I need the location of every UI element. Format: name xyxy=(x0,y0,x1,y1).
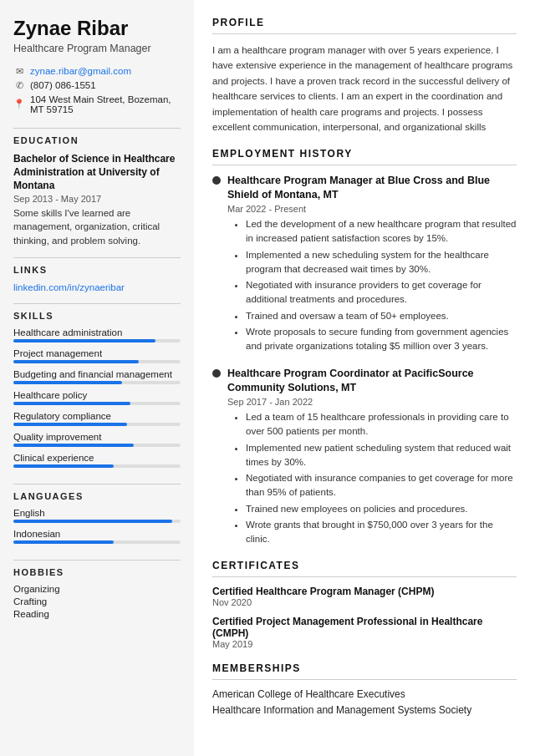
phone-item: ✆ (807) 086-1551 xyxy=(13,80,181,91)
phone-text: (807) 086-1551 xyxy=(30,80,96,90)
membership-item: Healthcare Information and Management Sy… xyxy=(212,704,517,716)
skill-item: Healthcare policy xyxy=(13,390,181,405)
memberships-label: MEMBERSHIPS xyxy=(212,662,517,674)
certificate-item: Certified Healthcare Program Manager (CH… xyxy=(212,586,517,607)
job-bullet: Trained new employees on policies and pr… xyxy=(246,502,517,516)
profile-text: I am a healthcare program manager with o… xyxy=(212,43,517,134)
language-item: Indonesian xyxy=(13,529,181,544)
hobby-item: Organizing xyxy=(13,584,181,594)
skill-bar-fill xyxy=(13,339,155,342)
skills-label: SKILLS xyxy=(13,311,181,321)
job-item: Healthcare Program Manager at Blue Cross… xyxy=(212,174,517,353)
skill-name: Quality improvement xyxy=(13,432,181,442)
jobs-list: Healthcare Program Manager at Blue Cross… xyxy=(212,174,517,546)
hobbies-divider xyxy=(13,560,181,561)
skills-list: Healthcare administration Project manage… xyxy=(13,327,181,474)
employment-section: EMPLOYMENT HISTORY Healthcare Program Ma… xyxy=(212,148,517,546)
edu-degree: Bachelor of Science in Healthcare Admini… xyxy=(13,152,181,193)
languages-list: English Indonesian xyxy=(13,508,181,550)
cert-date: May 2019 xyxy=(212,639,517,649)
edu-dates: Sep 2013 - May 2017 xyxy=(13,194,181,204)
edu-description: Some skills I've learned are management,… xyxy=(13,206,181,246)
job-bullets: Led a team of 15 healthcare professional… xyxy=(236,410,517,546)
skill-bar-bg xyxy=(13,339,181,342)
languages-divider xyxy=(13,484,181,485)
skill-bar-fill xyxy=(13,423,127,426)
address-item: 📍 104 West Main Street, Bozeman, MT 5971… xyxy=(13,94,181,114)
memberships-list: American College of Healthcare Executive… xyxy=(212,688,517,716)
language-bar-bg xyxy=(13,540,181,544)
language-item: English xyxy=(13,508,181,523)
skill-item: Project management xyxy=(13,348,181,363)
linkedin-link[interactable]: linkedin.com/in/zynaeribar xyxy=(13,282,125,292)
job-bullet: Led the development of a new healthcare … xyxy=(246,217,517,246)
skill-bar-bg xyxy=(13,464,181,468)
skill-name: Budgeting and financial management xyxy=(13,369,181,379)
languages-label: LANGUAGES xyxy=(13,491,181,501)
skill-item: Budgeting and financial management xyxy=(13,369,181,384)
memberships-section: MEMBERSHIPS American College of Healthca… xyxy=(212,662,517,716)
skill-name: Clinical experience xyxy=(13,453,181,463)
skill-name: Project management xyxy=(13,348,181,358)
job-bullets: Led the development of a new healthcare … xyxy=(236,217,517,353)
skill-item: Quality improvement xyxy=(13,432,181,447)
job-bullet: Led a team of 15 healthcare professional… xyxy=(246,410,517,439)
job-title: Healthcare Program Manager at Blue Cross… xyxy=(227,174,517,202)
skill-bar-fill xyxy=(13,444,134,447)
email-icon: ✉ xyxy=(13,66,25,77)
language-bar-fill xyxy=(13,520,172,523)
email-link[interactable]: zynae.ribar@gmail.com xyxy=(30,66,131,76)
skill-bar-bg xyxy=(13,360,181,363)
job-bullet: Implemented a new scheduling system for … xyxy=(246,248,517,277)
certificates-label: CERTIFICATES xyxy=(212,560,517,571)
location-icon: 📍 xyxy=(13,99,25,109)
cert-date: Nov 2020 xyxy=(212,597,517,607)
education-label: EDUCATION xyxy=(13,135,181,145)
profile-label: PROFILE xyxy=(212,17,517,28)
job-bullet: Negotiated with insurance providers to g… xyxy=(246,278,517,307)
membership-item: American College of Healthcare Executive… xyxy=(212,688,517,700)
certificates-list: Certified Healthcare Program Manager (CH… xyxy=(212,586,517,649)
skill-name: Healthcare policy xyxy=(13,390,181,400)
job-bullet: Trained and oversaw a team of 50+ employ… xyxy=(246,309,517,323)
employment-divider xyxy=(212,165,517,165)
skill-name: Healthcare administration xyxy=(13,327,181,337)
job-dates: Mar 2022 - Present xyxy=(227,204,517,214)
main-content: PROFILE I am a healthcare program manage… xyxy=(194,0,535,756)
skill-bar-bg xyxy=(13,423,181,426)
skill-item: Healthcare administration xyxy=(13,327,181,342)
language-name: Indonesian xyxy=(13,529,181,539)
certificates-section: CERTIFICATES Certified Healthcare Progra… xyxy=(212,560,517,649)
cert-name: Certified Project Management Professiona… xyxy=(212,616,517,639)
candidate-name: Zynae Ribar xyxy=(13,17,181,41)
skill-bar-fill xyxy=(13,464,114,468)
job-dot xyxy=(212,176,221,185)
job-bullet: Negotiated with insurance companies to g… xyxy=(246,471,517,500)
address-text: 104 West Main Street, Bozeman, MT 59715 xyxy=(30,94,181,114)
job-header: Healthcare Program Manager at Blue Cross… xyxy=(212,174,517,202)
hobbies-list: OrganizingCraftingReading xyxy=(13,584,181,622)
job-bullet: Implemented new patient scheduling syste… xyxy=(246,441,517,470)
skill-bar-fill xyxy=(13,402,130,405)
links-divider xyxy=(13,257,181,258)
links-label: LINKS xyxy=(13,265,181,275)
skill-bar-bg xyxy=(13,402,181,405)
hobbies-label: HOBBIES xyxy=(13,567,181,577)
skill-bar-fill xyxy=(13,360,139,363)
profile-divider xyxy=(212,33,517,34)
skill-name: Regulatory compliance xyxy=(13,411,181,421)
language-bar-bg xyxy=(13,520,181,523)
certificates-divider xyxy=(212,576,517,577)
language-name: English xyxy=(13,508,181,518)
job-dates: Sep 2017 - Jan 2022 xyxy=(227,397,517,407)
email-item: ✉ zynae.ribar@gmail.com xyxy=(13,66,181,77)
sidebar: Zynae Ribar Healthcare Program Manager ✉… xyxy=(0,0,194,756)
hobby-item: Reading xyxy=(13,609,181,619)
skill-bar-bg xyxy=(13,381,181,384)
candidate-title: Healthcare Program Manager xyxy=(13,43,181,54)
job-title: Healthcare Program Coordinator at Pacifi… xyxy=(227,367,517,395)
education-section: Bachelor of Science in Healthcare Admini… xyxy=(13,152,181,247)
skills-divider xyxy=(13,303,181,304)
skill-bar-fill xyxy=(13,381,122,384)
language-bar-fill xyxy=(13,540,114,544)
